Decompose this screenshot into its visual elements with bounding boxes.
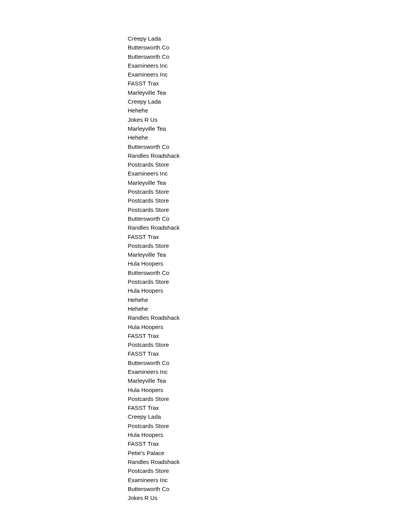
- list-item: Hula Hoopers: [128, 259, 180, 268]
- list-item: Hula Hoopers: [128, 322, 180, 331]
- list-item: Petie's Palace: [128, 448, 180, 457]
- list-item: FASST Trax: [128, 232, 180, 241]
- list-item: Buttersworth Co: [128, 484, 180, 493]
- list-item: Postcards Store: [128, 187, 180, 196]
- list-item: Hehehe: [128, 133, 180, 142]
- list-item: Postcards Store: [128, 277, 180, 286]
- list-item: Examineers Inc: [128, 61, 180, 70]
- list-item: Buttersworth Co: [128, 43, 180, 52]
- list-item: Randles Roadshack: [128, 313, 180, 322]
- text-list: Creepy LadaButtersworth CoButtersworth C…: [128, 34, 180, 502]
- list-item: Postcards Store: [128, 340, 180, 349]
- list-item: Creepy Lada: [128, 34, 180, 43]
- list-item: FASST Trax: [128, 331, 180, 340]
- list-item: Examineers Inc: [128, 367, 180, 376]
- list-item: Buttersworth Co: [128, 358, 180, 367]
- list-item: Jokes R Us: [128, 115, 180, 124]
- list-item: Marleyville Tea: [128, 88, 180, 97]
- list-item: FASST Trax: [128, 349, 180, 358]
- list-item: Hehehe: [128, 304, 180, 313]
- list-item: Hehehe: [128, 295, 180, 304]
- list-item: FASST Trax: [128, 403, 180, 412]
- list-item: Hula Hoopers: [128, 430, 180, 439]
- list-item: Postcards Store: [128, 466, 180, 475]
- list-item: Examineers Inc: [128, 476, 180, 484]
- list-item: Randles Roadshack: [128, 223, 180, 232]
- list-item: Examineers Inc: [128, 169, 180, 178]
- list-item: Randles Roadshack: [128, 151, 180, 160]
- list-item: Postcards Store: [128, 160, 180, 169]
- list-item: Buttersworth Co: [128, 268, 180, 277]
- list-item: Marleyville Tea: [128, 376, 180, 385]
- list-item: Hehehe: [128, 106, 180, 115]
- list-item: Randles Roadshack: [128, 457, 180, 466]
- list-item: Buttersworth Co: [128, 214, 180, 223]
- list-item: Hula Hoopers: [128, 385, 180, 394]
- list-item: Creepy Lada: [128, 97, 180, 106]
- list-item: FASST Trax: [128, 79, 180, 88]
- list-item: Marleyville Tea: [128, 124, 180, 133]
- list-item: Postcards Store: [128, 421, 180, 430]
- list-item: Creepy Lada: [128, 412, 180, 421]
- list-item: Postcards Store: [128, 241, 180, 250]
- list-item: Postcards Store: [128, 394, 180, 403]
- list-item: Examineers Inc: [128, 70, 180, 79]
- list-item: Buttersworth Co: [128, 52, 180, 61]
- list-item: Buttersworth Co: [128, 142, 180, 151]
- list-item: FASST Trax: [128, 439, 180, 448]
- list-item: Postcards Store: [128, 196, 180, 205]
- list-item: Jokes R Us: [128, 493, 180, 502]
- list-item: Postcards Store: [128, 205, 180, 214]
- list-item: Marleyville Tea: [128, 178, 180, 187]
- list-item: Marleyville Tea: [128, 250, 180, 259]
- list-item: Hula Hoopers: [128, 286, 180, 295]
